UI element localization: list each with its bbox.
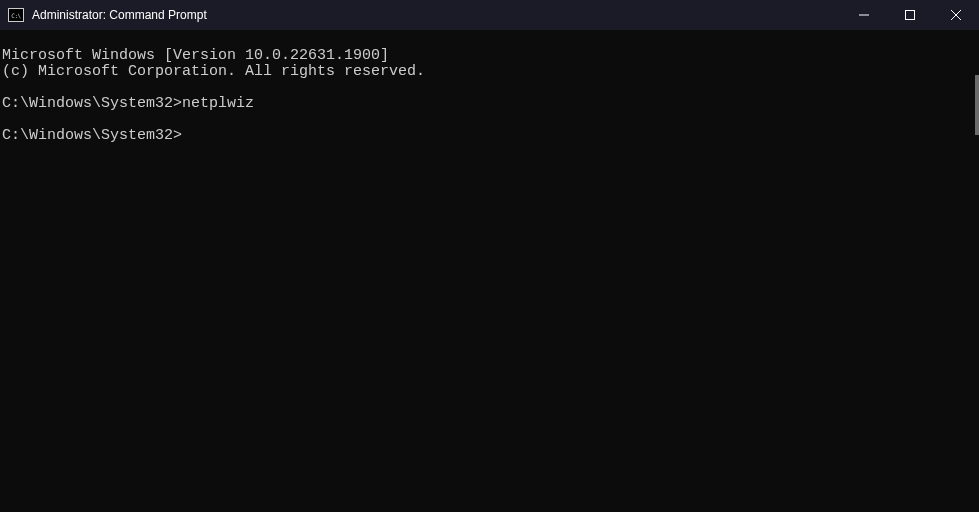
maximize-button[interactable] <box>887 0 933 30</box>
scrollbar-thumb[interactable] <box>975 75 979 135</box>
maximize-icon <box>905 10 915 20</box>
cmd-icon: C:\ <box>8 8 24 22</box>
scrollbar-track[interactable] <box>975 30 979 512</box>
window-controls <box>841 0 979 30</box>
terminal-output[interactable]: Microsoft Windows [Version 10.0.22631.19… <box>0 30 979 512</box>
close-icon <box>951 10 961 20</box>
copyright-line: (c) Microsoft Corporation. All rights re… <box>2 63 425 80</box>
minimize-button[interactable] <box>841 0 887 30</box>
version-line: Microsoft Windows [Version 10.0.22631.19… <box>2 47 389 64</box>
close-button[interactable] <box>933 0 979 30</box>
window-title: Administrator: Command Prompt <box>32 8 207 22</box>
titlebar-left: C:\ Administrator: Command Prompt <box>8 8 207 22</box>
prompt: C:\Windows\System32> <box>2 127 182 144</box>
command-input: netplwiz <box>182 95 254 112</box>
window-titlebar: C:\ Administrator: Command Prompt <box>0 0 979 30</box>
minimize-icon <box>859 10 869 20</box>
svg-rect-1 <box>906 11 915 20</box>
prompt: C:\Windows\System32> <box>2 95 182 112</box>
